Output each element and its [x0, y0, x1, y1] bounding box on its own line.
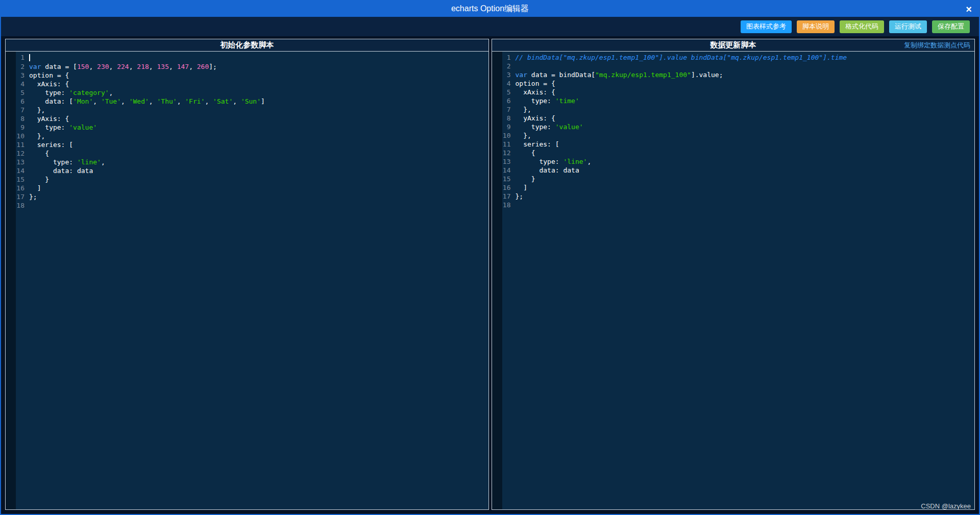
line-number: 11 [492, 140, 514, 149]
update-script-title: 数据更新脚本 [710, 40, 756, 50]
code-line: 1 [6, 53, 488, 62]
line-number: 3 [492, 70, 514, 79]
code-line-text: var data = [150, 230, 224, 218, 135, 147… [28, 62, 217, 71]
line-number: 17 [492, 192, 514, 201]
code-line-text: } [28, 175, 49, 184]
window-titlebar: echarts Option编辑器 × [1, 1, 979, 17]
line-number: 14 [492, 166, 514, 175]
code-line-text: data: ['Mon', 'Tue', 'Wed', 'Thu', 'Fri'… [28, 97, 265, 106]
code-line-text: } [514, 175, 535, 183]
close-icon[interactable]: × [966, 4, 972, 14]
line-number: 16 [492, 183, 514, 192]
line-number: 5 [492, 88, 514, 96]
init-script-header: 初始化参数脚本 [6, 39, 488, 52]
code-line: 4 xAxis: { [6, 80, 488, 88]
line-number: 4 [492, 79, 514, 88]
code-line-text: yAxis: { [28, 114, 69, 123]
code-line: 7 }, [6, 106, 488, 114]
code-line: 15 } [6, 175, 488, 184]
code-line: 5 xAxis: { [492, 88, 975, 96]
line-number: 18 [492, 201, 514, 209]
code-line: 3option = { [6, 71, 488, 80]
format-code-button[interactable]: 格式化代码 [840, 20, 884, 33]
text-cursor [29, 54, 30, 61]
init-script-title: 初始化参数脚本 [220, 40, 274, 50]
code-line-text: // bindData["mq.zkup/esp1.temp1_100"].va… [514, 53, 847, 62]
code-line: 11 series: [ [492, 140, 975, 149]
code-line-text [514, 62, 516, 70]
chart-style-reference-button[interactable]: 图表样式参考 [741, 20, 792, 33]
window-title: echarts Option编辑器 [451, 4, 529, 14]
line-number: 7 [6, 106, 28, 114]
code-line-text: }, [28, 106, 45, 114]
code-line-text: }, [28, 132, 45, 140]
code-line-text: }; [28, 192, 37, 201]
update-script-editor[interactable]: 1// bindData["mq.zkup/esp1.temp1_100"].v… [492, 52, 975, 509]
code-line-text: data: data [28, 166, 93, 175]
line-number: 3 [6, 71, 28, 80]
csdn-watermark: CSDN @lazykee [921, 502, 971, 510]
line-number: 15 [492, 175, 514, 183]
code-line-text: xAxis: { [28, 80, 69, 88]
code-line: 14 data: data [6, 166, 488, 175]
toolbar-buttons: 图表样式参考脚本说明格式化代码运行测试保存配置 [741, 20, 970, 33]
code-line-text: type: 'value' [514, 122, 583, 131]
code-line-text: option = { [514, 79, 555, 88]
code-line-text: }, [514, 105, 531, 114]
run-test-button[interactable]: 运行测试 [889, 20, 927, 33]
line-number: 14 [6, 166, 28, 175]
code-line-text: type: 'time' [514, 96, 579, 105]
init-script-panel: 初始化参数脚本 12var data = [150, 230, 224, 218… [5, 39, 489, 510]
code-line: 8 yAxis: { [492, 114, 975, 122]
code-line: 18 [492, 201, 975, 209]
init-script-code: 12var data = [150, 230, 224, 218, 135, 1… [6, 53, 488, 210]
code-line-text: var data = bindData["mq.zkup/esp1.temp1_… [514, 70, 723, 79]
code-line-text: option = { [28, 71, 69, 80]
code-line-text [28, 201, 29, 210]
line-number: 5 [6, 88, 28, 97]
save-config-button[interactable]: 保存配置 [932, 20, 970, 33]
script-help-button[interactable]: 脚本说明 [797, 20, 835, 33]
code-line: 6 type: 'time' [492, 96, 975, 105]
code-line-text: type: 'value' [28, 123, 97, 132]
line-number: 1 [6, 53, 28, 62]
line-number: 12 [492, 149, 514, 157]
code-line-text: type: 'line', [514, 157, 592, 166]
code-line: 14 data: data [492, 166, 975, 175]
code-line-text: data: data [514, 166, 579, 175]
code-line: 9 type: 'value' [6, 123, 488, 132]
code-line: 10 }, [492, 131, 975, 140]
code-line-text: series: [ [514, 140, 559, 149]
code-line: 4option = { [492, 79, 975, 88]
line-number: 4 [6, 80, 28, 88]
code-line: 3var data = bindData["mq.zkup/esp1.temp1… [492, 70, 975, 79]
code-line: 8 yAxis: { [6, 114, 488, 123]
code-line-text: yAxis: { [514, 114, 555, 122]
code-line: 9 type: 'value' [492, 122, 975, 131]
init-script-editor[interactable]: 12var data = [150, 230, 224, 218, 135, 1… [6, 52, 488, 509]
code-line: 18 [6, 201, 488, 210]
code-line-text: ] [514, 183, 527, 192]
update-script-header: 数据更新脚本 复制绑定数据测点代码 [492, 39, 975, 52]
line-number: 9 [6, 123, 28, 132]
echarts-option-editor-window: echarts Option编辑器 × 图表样式参考脚本说明格式化代码运行测试保… [0, 0, 980, 515]
code-line-text: }, [514, 131, 531, 140]
code-line: 16 ] [492, 183, 975, 192]
line-number: 17 [6, 192, 28, 201]
line-number: 8 [492, 114, 514, 122]
code-line-text: { [28, 149, 49, 158]
code-line: 5 type: 'category', [6, 88, 488, 97]
code-line: 17}; [492, 192, 975, 201]
line-number: 7 [492, 105, 514, 114]
line-number: 2 [6, 62, 28, 71]
code-line-text: ] [28, 184, 41, 192]
line-number: 12 [6, 149, 28, 158]
copy-binddata-link[interactable]: 复制绑定数据测点代码 [904, 41, 970, 50]
code-line: 2 [492, 62, 975, 70]
line-number: 13 [6, 158, 28, 166]
update-script-panel: 数据更新脚本 复制绑定数据测点代码 1// bindData["mq.zkup/… [492, 39, 975, 510]
line-number: 11 [6, 140, 28, 149]
line-number: 9 [492, 122, 514, 131]
editors-area: 初始化参数脚本 12var data = [150, 230, 224, 218… [1, 36, 979, 514]
line-number: 8 [6, 114, 28, 123]
